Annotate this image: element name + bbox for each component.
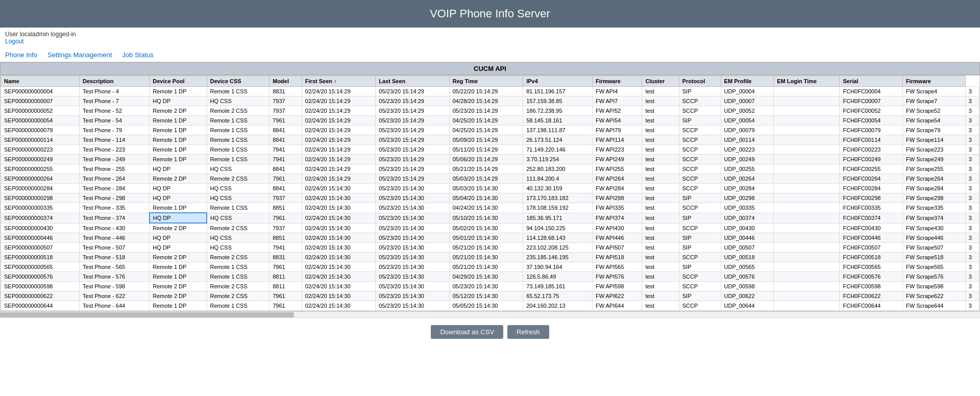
- table-cell-9-5: 02/24/20 15:14:29: [302, 174, 375, 184]
- col-header-0[interactable]: Name: [1, 76, 80, 87]
- table-cell-3-0: SEP000000000054: [1, 116, 80, 126]
- col-header-10[interactable]: Cluster: [642, 76, 679, 87]
- table-cell-5-4: 8841: [270, 135, 302, 145]
- scrollbar-area[interactable]: [0, 311, 980, 317]
- table-cell-21-3: Remote 2 CSS: [207, 291, 270, 301]
- nav-link-phone-info[interactable]: Phone Info: [5, 51, 37, 59]
- table-row[interactable]: SEP000000000284Test Phone - 284HQ DPHQ C…: [1, 184, 979, 193]
- col-header-2[interactable]: Device Pool: [150, 76, 207, 87]
- table-row[interactable]: SEP000000000054Test Phone - 54Remote 1 D…: [1, 116, 979, 126]
- table-cell-0-0: SEP000000000004: [1, 87, 80, 96]
- table-row[interactable]: SEP000000000374Test Phone - 374HQ DPHQ C…: [1, 213, 979, 223]
- col-header-9[interactable]: Firmware: [592, 76, 642, 87]
- col-header-4[interactable]: Model: [270, 76, 302, 87]
- nav-link-job-status[interactable]: Job Status: [122, 51, 153, 59]
- table-cell-9-8: 111.84.200.4: [523, 174, 593, 184]
- refresh-button[interactable]: Refresh: [507, 325, 549, 339]
- col-header-14[interactable]: Serial: [840, 76, 903, 87]
- table-cell-15-7: 05/01/20 15:14:30: [449, 233, 523, 243]
- table-cell-9-4: 7961: [270, 174, 302, 184]
- table-row[interactable]: SEP000000000576Test Phone - 576Remote 1 …: [1, 272, 979, 282]
- col-header-3[interactable]: Device CSS: [207, 76, 270, 87]
- table-row[interactable]: SEP000000000249Test Phone - 249Remote 1 …: [1, 155, 979, 164]
- table-row[interactable]: SEP000000000079Test Phone - 79Remote 1 D…: [1, 126, 979, 135]
- table-cell-0-16: 3: [965, 87, 979, 96]
- table-cell-13-0: SEP000000000374: [1, 213, 80, 223]
- table-cell-17-16: 3: [965, 253, 979, 262]
- table-cell-12-10: test: [642, 203, 679, 213]
- table-cell-9-7: 05/03/20 15:14:29: [449, 174, 523, 184]
- table-cell-9-9: FW API264: [592, 174, 642, 184]
- logout-link[interactable]: Logout: [5, 38, 975, 45]
- table-cell-14-12: UDP_00430: [721, 223, 774, 233]
- col-header-1[interactable]: Description: [80, 76, 150, 87]
- table-cell-17-6: 05/23/20 15:14:30: [376, 253, 449, 262]
- table-cell-20-0: SEP000000000598: [1, 282, 80, 291]
- table-cell-3-6: 05/23/20 15:14:29: [376, 116, 449, 126]
- table-cell-3-7: 04/25/20 15:14:29: [449, 116, 523, 126]
- table-row[interactable]: SEP000000000223Test Phone - 223Remote 1 …: [1, 145, 979, 155]
- table-cell-21-10: test: [642, 291, 679, 301]
- table-cell-6-13: [774, 145, 840, 155]
- col-header-8[interactable]: IPv4: [523, 76, 593, 87]
- col-header-15[interactable]: Firmware: [903, 76, 966, 87]
- table-row[interactable]: SEP000000000114Test Phone - 114Remote 1 …: [1, 135, 979, 145]
- table-cell-16-0: SEP000000000507: [1, 243, 80, 253]
- table-row[interactable]: SEP000000000565Test Phone - 565Remote 1 …: [1, 262, 979, 272]
- user-bar: User localadmin logged-in Logout: [0, 28, 980, 48]
- table-cell-5-5: 02/24/20 15:14:29: [302, 135, 375, 145]
- table-cell-2-8: 186.72.238.95: [523, 106, 593, 116]
- table-row[interactable]: SEP000000000518Test Phone - 518Remote 2 …: [1, 253, 979, 262]
- table-cell-11-16: 3: [965, 193, 979, 203]
- table-row[interactable]: SEP000000000255Test Phone - 255HQ DPHQ C…: [1, 164, 979, 174]
- table-row[interactable]: SEP000000000598Test Phone - 598Remote 2 …: [1, 282, 979, 291]
- table-cell-17-5: 02/24/20 15:14:30: [302, 253, 375, 262]
- col-header-7[interactable]: Reg Time: [449, 76, 523, 87]
- table-cell-1-7: 04/28/20 15:14:29: [449, 96, 523, 106]
- col-header-5[interactable]: First Seen ↑: [302, 76, 375, 87]
- table-cell-2-13: [774, 106, 840, 116]
- table-cell-14-11: SCCP: [679, 223, 721, 233]
- table-cell-7-14: FCH0FC00249: [840, 155, 903, 164]
- table-cell-18-4: 7961: [270, 262, 302, 272]
- col-header-12[interactable]: EM Profile: [721, 76, 774, 87]
- table-row[interactable]: SEP000000000430Test Phone - 430Remote 2 …: [1, 223, 979, 233]
- table-cell-12-6: 05/23/20 15:14:30: [376, 203, 449, 213]
- table-cell-4-3: Remote 1 CSS: [207, 126, 270, 135]
- table-row[interactable]: SEP000000000644Test Phone - 644Remote 1 …: [1, 301, 979, 311]
- table-cell-11-11: SIP: [679, 193, 721, 203]
- table-cell-15-1: Test Phone - 446: [80, 233, 150, 243]
- table-cell-17-3: Remote 2 CSS: [207, 253, 270, 262]
- download-csv-button[interactable]: Download as CSV: [431, 325, 503, 339]
- table-cell-10-13: [774, 184, 840, 193]
- footer: Download as CSV Refresh: [0, 317, 980, 346]
- table-cell-3-16: 3: [965, 116, 979, 126]
- table-cell-18-9: FW API565: [592, 262, 642, 272]
- table-cell-2-1: Test Phone - 52: [80, 106, 150, 116]
- table-cell-3-9: FW API54: [592, 116, 642, 126]
- table-row[interactable]: SEP000000000507Test Phone - 507HQ DPHQ C…: [1, 243, 979, 253]
- nav-link-settings-management[interactable]: Settings Management: [47, 51, 112, 59]
- table-row[interactable]: SEP000000000622Test Phone - 622Remote 2 …: [1, 291, 979, 301]
- table-cell-10-9: FW API284: [592, 184, 642, 193]
- col-header-6[interactable]: Last Seen: [376, 76, 449, 87]
- table-row[interactable]: SEP000000000007Test Phone - 7HQ DPHQ CSS…: [1, 96, 979, 106]
- table-wrapper[interactable]: NameDescriptionDevice PoolDevice CSSMode…: [0, 75, 980, 311]
- table-cell-4-16: 3: [965, 126, 979, 135]
- table-cell-15-16: 3: [965, 233, 979, 243]
- table-row[interactable]: SEP000000000052Test Phone - 52Remote 2 D…: [1, 106, 979, 116]
- table-row[interactable]: SEP000000000298Test Phone - 298HQ DPHQ C…: [1, 193, 979, 203]
- table-cell-10-8: 40.132.30.159: [523, 184, 593, 193]
- col-header-11[interactable]: Protocol: [679, 76, 721, 87]
- table-cell-22-16: 3: [965, 301, 979, 311]
- table-cell-7-13: [774, 155, 840, 164]
- table-row[interactable]: SEP000000000004Test Phone - 4Remote 1 DP…: [1, 87, 979, 96]
- table-cell-2-7: 05/23/20 15:14:29: [449, 106, 523, 116]
- table-row[interactable]: SEP000000000446Test Phone - 446HQ DPHQ C…: [1, 233, 979, 243]
- scrollbar-thumb[interactable]: [0, 312, 294, 317]
- table-cell-16-6: 05/23/20 15:14:30: [376, 243, 449, 253]
- table-row[interactable]: SEP000000000335Test Phone - 335Remote 1 …: [1, 203, 979, 213]
- col-header-13[interactable]: EM Login Time: [774, 76, 840, 87]
- table-cell-7-2: Remote 1 DP: [150, 155, 207, 164]
- table-row[interactable]: SEP000000000264Test Phone - 264Remote 2 …: [1, 174, 979, 184]
